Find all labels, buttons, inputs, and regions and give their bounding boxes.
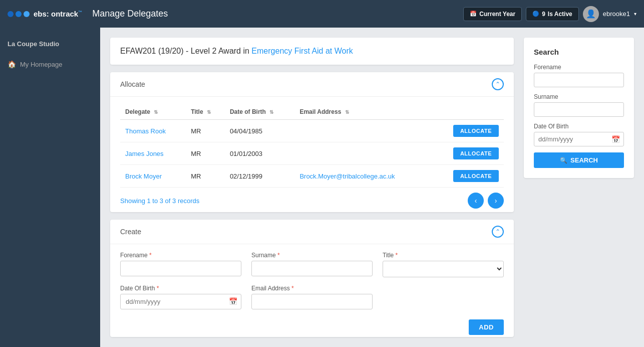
page-title-highlight: Emergency First Aid at Work	[251, 47, 353, 55]
sort-icon-email[interactable]: ⇅	[345, 109, 349, 115]
search-dob-label: Date Of Birth	[534, 123, 624, 130]
dob-input[interactable]	[120, 294, 241, 309]
table-header-row: Delegate ⇅ Title ⇅ Date of Birth ⇅	[120, 104, 504, 120]
cell-title: MR	[186, 142, 225, 165]
col-delegate: Delegate ⇅	[120, 104, 186, 120]
logo-text: ebs: ontrack™	[34, 10, 82, 18]
cell-dob: 04/04/1985	[225, 120, 295, 142]
cell-delegate: Thomas Rook	[120, 120, 186, 142]
search-btn-label: SEARCH	[570, 156, 598, 164]
avatar: 👤	[583, 6, 599, 22]
layout: La Coupe Studio 🏠 My Homepage EFAW201 (1…	[0, 28, 644, 347]
search-panel: Search Forename Surname Date Of Birth 📅	[524, 38, 634, 337]
user-area[interactable]: 👤 ebrooke1 ▾	[583, 6, 636, 22]
forename-input[interactable]	[120, 261, 241, 276]
search-surname-input[interactable]	[534, 102, 624, 117]
search-forename-input[interactable]	[534, 73, 624, 87]
email-input[interactable]	[251, 294, 373, 309]
user-name: ebrooke1	[603, 10, 630, 18]
prev-page-button[interactable]: ‹	[468, 193, 484, 209]
page-title: EFAW201 (19/20) - Level 2 Award in Emerg…	[120, 47, 504, 56]
allocate-button[interactable]: ALLOCATE	[453, 170, 499, 182]
cell-delegate: Brock Moyer	[120, 165, 186, 188]
col-title: Title ⇅	[186, 104, 225, 120]
sidebar-item-homepage[interactable]: 🏠 My Homepage	[0, 55, 100, 73]
current-year-badge[interactable]: 📅 Current Year	[463, 7, 522, 21]
forename-required: *	[149, 252, 152, 259]
create-collapse-button[interactable]: ⌃	[492, 226, 504, 238]
logo-dot-3	[24, 11, 30, 17]
col-email: Email Address ⇅	[294, 104, 431, 120]
email-label: Email Address *	[251, 285, 373, 292]
title-group: Title * MR MRS MS DR	[383, 252, 504, 277]
search-dob-group: Date Of Birth 📅	[534, 123, 624, 146]
search-magnifier-icon: 🔍	[560, 157, 567, 164]
create-form-row-1: Forename * Surname * Title	[120, 252, 504, 277]
allocate-section-title: Allocate	[120, 80, 145, 88]
allocate-button[interactable]: ALLOCATE	[453, 147, 499, 159]
header-badges: 📅 Current Year 🔵 9 Is Active 👤 ebrooke1 …	[463, 6, 636, 22]
sidebar-org-name: La Coupe Studio	[0, 35, 100, 55]
table-row: Thomas RookMR04/04/1985ALLOCATE	[120, 120, 504, 142]
search-surname-label: Surname	[534, 93, 624, 100]
calendar-icon-dob[interactable]: 📅	[229, 297, 237, 305]
badge-active-label: Is Active	[548, 11, 572, 18]
allocate-button[interactable]: ALLOCATE	[453, 125, 499, 137]
create-card-header: Create ⌃	[110, 220, 514, 244]
cell-title: MR	[186, 165, 225, 188]
logo-area: ebs: ontrack™	[8, 10, 82, 18]
page-title-bar: EFAW201 (19/20) - Level 2 Award in Emerg…	[110, 38, 514, 65]
sort-icon-delegate[interactable]: ⇅	[154, 109, 158, 115]
add-button[interactable]: ADD	[469, 319, 504, 335]
surname-input[interactable]	[251, 261, 373, 276]
cell-title: MR	[186, 120, 225, 142]
forename-group: Forename *	[120, 252, 241, 277]
cell-dob: 01/01/2003	[225, 142, 295, 165]
table-row: James JonesMR01/01/2003ALLOCATE	[120, 142, 504, 165]
sort-icon-title[interactable]: ⇅	[207, 109, 211, 115]
search-forename-label: Forename	[534, 64, 624, 71]
table-row: Brock MoyerMR02/12/1999Brock.Moyer@triba…	[120, 165, 504, 188]
form-actions: ADD	[120, 317, 504, 335]
surname-label: Surname *	[251, 252, 373, 259]
calendar-icon-search[interactable]: 📅	[611, 135, 620, 143]
page-title-prefix: EFAW201 (19/20) - Level 2 Award in	[120, 47, 251, 55]
email-group: Email Address *	[251, 285, 373, 309]
spacer-group	[383, 285, 504, 309]
allocate-card: Allocate ⌃ Delegate ⇅ Title	[110, 72, 514, 212]
header: ebs: ontrack™ Manage Delegates 📅 Current…	[0, 0, 644, 28]
active-dot-icon: 🔵	[532, 11, 539, 17]
sidebar-item-label: My Homepage	[20, 61, 63, 68]
email-required: *	[291, 285, 294, 292]
calendar-icon: 📅	[470, 11, 477, 17]
cell-email: Brock.Moyer@tribalcollege.ac.uk	[294, 165, 431, 188]
col-action	[432, 104, 504, 120]
dob-wrapper: 📅	[120, 294, 241, 309]
search-button[interactable]: 🔍 SEARCH	[534, 152, 624, 168]
delegate-table: Delegate ⇅ Title ⇅ Date of Birth ⇅	[120, 104, 504, 188]
main-content: EFAW201 (19/20) - Level 2 Award in Emerg…	[100, 28, 644, 347]
logo-tm: ™	[78, 10, 82, 15]
content-area: EFAW201 (19/20) - Level 2 Award in Emerg…	[110, 38, 514, 337]
next-page-button[interactable]: ›	[488, 193, 504, 209]
title-label: Title *	[383, 252, 504, 259]
cell-delegate: James Jones	[120, 142, 186, 165]
create-section-title: Create	[120, 228, 141, 236]
cell-email	[294, 142, 431, 165]
create-card: Create ⌃ Forename * Surname *	[110, 220, 514, 337]
home-icon: 🏠	[8, 60, 16, 68]
dob-label: Date Of Birth *	[120, 285, 241, 292]
search-dob-input[interactable]	[534, 132, 624, 146]
is-active-badge[interactable]: 🔵 9 Is Active	[526, 7, 579, 21]
sort-icon-dob[interactable]: ⇅	[269, 109, 273, 115]
allocate-collapse-button[interactable]: ⌃	[492, 78, 504, 90]
dob-required: *	[157, 285, 159, 292]
search-dob-wrapper: 📅	[534, 132, 624, 146]
title-select[interactable]: MR MRS MS DR	[383, 261, 504, 277]
pagination-area: Showing 1 to 3 of 3 records ‹ ›	[120, 188, 504, 211]
cell-email	[294, 120, 431, 142]
logo-dots	[8, 11, 30, 17]
surname-required: *	[277, 252, 280, 259]
cell-action: ALLOCATE	[432, 165, 504, 188]
cell-action: ALLOCATE	[432, 120, 504, 142]
